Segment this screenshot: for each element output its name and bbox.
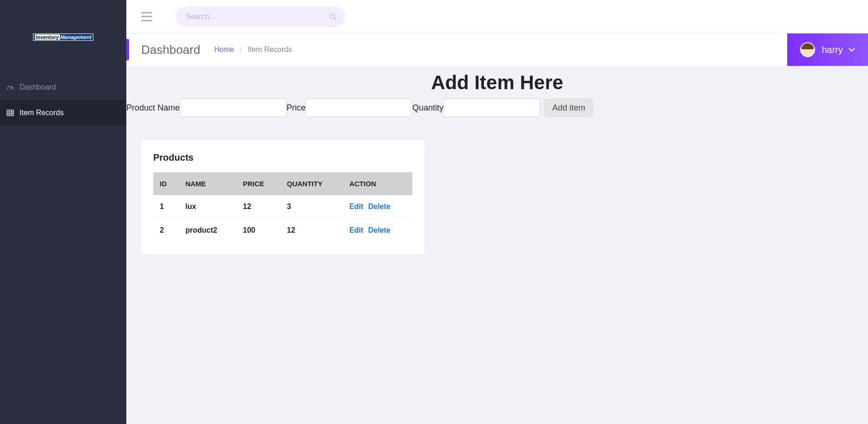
edit-link[interactable]: Edit	[349, 202, 363, 210]
delete-link[interactable]: Delete	[368, 226, 391, 234]
sidebar-item-label: Item Records	[20, 109, 64, 117]
delete-link[interactable]: Delete	[368, 202, 391, 210]
cell-name: product2	[179, 219, 236, 242]
cell-price: 12	[236, 195, 281, 219]
hamburger-icon[interactable]	[141, 12, 152, 21]
content: Add Item Here Product Name Price Quantit…	[126, 66, 868, 273]
chevron-down-icon	[848, 48, 855, 52]
label-quantity: Quantity	[412, 103, 444, 113]
sidebar-item-item-records[interactable]: Item Records	[0, 100, 126, 125]
svg-rect-1	[7, 110, 13, 116]
cell-price: 100	[236, 219, 281, 242]
form-title: Add Item Here	[126, 66, 868, 98]
col-action: ACTION	[343, 172, 412, 195]
cell-id: 1	[153, 195, 179, 219]
logo-text-2: Management	[60, 34, 91, 40]
svg-point-6	[330, 14, 335, 19]
products-table: ID NAME PRICE QUANTITY ACTION 1 lux 12 3	[153, 172, 412, 242]
user-menu[interactable]: harry	[787, 33, 868, 66]
page-title: Dashboard	[141, 43, 200, 57]
breadcrumb: Home / Item Records	[214, 46, 292, 54]
table-row: 2 product2 100 12 Edit Delete	[153, 219, 412, 242]
cell-id: 2	[153, 219, 179, 242]
breadcrumb-sep: /	[240, 46, 241, 53]
cell-quantity: 3	[281, 195, 343, 219]
header-accent	[126, 39, 129, 60]
input-price[interactable]	[306, 98, 412, 117]
search-input[interactable]	[176, 7, 345, 27]
sidebar-item-label: Dashboard	[20, 83, 56, 91]
label-product-name: Product Name	[126, 103, 180, 113]
col-id: ID	[153, 172, 179, 195]
username: harry	[822, 45, 843, 55]
col-quantity: QUANTITY	[281, 172, 343, 195]
sidebar: InventoryManagement Dashboard Item Recor…	[0, 0, 126, 424]
input-product-name[interactable]	[180, 98, 287, 117]
table-row: 1 lux 12 3 Edit Delete	[153, 195, 412, 219]
logo: InventoryManagement	[0, 0, 126, 74]
edit-link[interactable]: Edit	[349, 226, 363, 234]
products-card: Products ID NAME PRICE QUANTITY ACTION 1…	[141, 140, 424, 254]
header-row: Dashboard Home / Item Records harry	[126, 33, 868, 66]
avatar	[800, 42, 815, 57]
search-icon[interactable]	[329, 13, 337, 20]
cell-quantity: 12	[281, 219, 343, 242]
label-price: Price	[287, 103, 306, 113]
svg-line-7	[334, 18, 336, 20]
logo-text-1: Inventory	[35, 34, 60, 40]
products-title: Products	[153, 152, 412, 163]
cell-name: lux	[179, 195, 236, 219]
table-icon	[6, 110, 15, 116]
speedometer-icon	[6, 84, 15, 91]
topbar	[126, 0, 868, 33]
main: Dashboard Home / Item Records harry Add …	[126, 0, 868, 424]
breadcrumb-current: Item Records	[248, 46, 292, 53]
search-box	[176, 7, 345, 27]
add-item-button[interactable]: Add item	[544, 98, 594, 117]
col-name: NAME	[179, 172, 236, 195]
svg-line-0	[10, 87, 12, 90]
sidebar-item-dashboard[interactable]: Dashboard	[0, 74, 126, 100]
add-item-form: Product Name Price Quantity Add item	[126, 98, 868, 117]
input-quantity[interactable]	[444, 98, 540, 117]
col-price: PRICE	[236, 172, 281, 195]
breadcrumb-home[interactable]: Home	[214, 46, 234, 53]
